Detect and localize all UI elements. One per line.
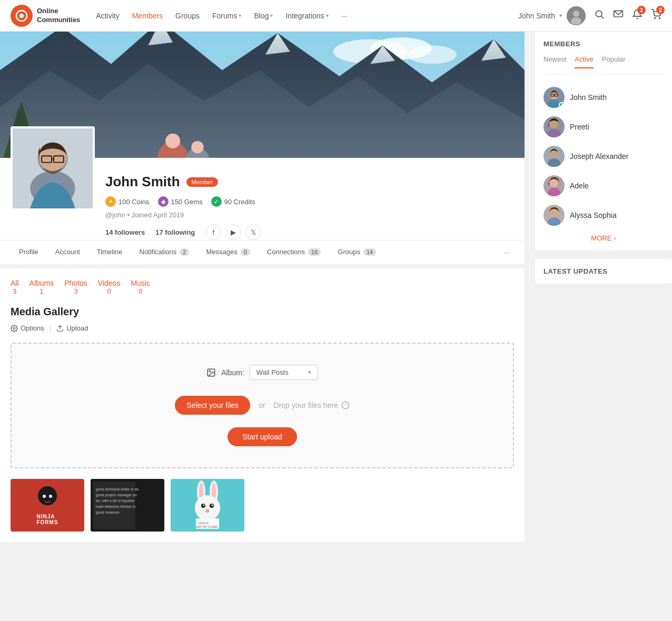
svg-point-77 [550,179,558,187]
options-button[interactable]: Options [11,324,44,332]
facebook-icon[interactable]: f [205,224,221,240]
member-avatar-alyssa [543,205,565,226]
album-icon [206,368,216,377]
member-name-preeti: Preeti [570,123,589,131]
nav-activity[interactable]: Activity [96,12,119,20]
svg-point-60 [206,509,209,511]
upload-box: Album: Wall Posts ▾ Select your files or… [11,343,514,468]
svg-point-13 [407,45,457,64]
twitter-icon[interactable]: 𝕏 [245,224,261,240]
credits-label: 90 Credits [224,198,255,206]
filter-videos[interactable]: Videos 0 [98,279,121,295]
following-label: following [165,228,195,236]
media-thumb-2[interactable]: good technical writer is ea good project… [91,479,164,532]
logo-text: Online Communities [37,7,80,25]
gems-label: 150 Gems [171,198,203,206]
tab-more-icon[interactable]: ··· [499,241,514,264]
svg-text:good project manager an: good project manager an [96,493,137,497]
nav-integrations[interactable]: Integrations▾ [285,12,328,20]
member-item-alyssa[interactable]: Alyssa Sophia [543,201,664,230]
svg-text:ter, with a bit of reporter: ter, with a bit of reporter [96,499,135,503]
filter-albums[interactable]: Albums 1 [29,279,54,295]
filter-music[interactable]: Music 0 [131,279,150,295]
profile-details: John Smith Member ✦ 100 Coins ◆ 150 Gems… [105,168,514,240]
album-label: Album: [221,368,244,377]
online-indicator [559,102,564,107]
text-thumbnail: good technical writer is ea good project… [91,479,164,532]
followers-label: followers [115,228,145,236]
media-thumb-3[interactable]: CUTE IS JUST MY COVER [171,479,244,532]
user-menu[interactable]: John Smith ▾ [518,6,586,25]
member-avatar-john [543,87,565,108]
action-separator: | [50,324,51,332]
filter-photos[interactable]: Photos 3 [64,279,87,295]
member-tab-newest[interactable]: Newest [543,55,566,68]
nav-members[interactable]: Members [132,12,163,20]
groups-tab-badge: 14 [363,248,376,256]
notifications-badge: 2 [637,6,646,14]
member-badge: Member [186,177,218,187]
upload-action-button[interactable]: Upload [56,324,88,332]
select-files-button[interactable]: Select your files [175,396,250,415]
gems-stat: ◆ 150 Gems [158,196,203,207]
notifications-tab-badge: 2 [180,248,189,256]
member-item-joseph[interactable]: Joseph Alexander [543,142,664,171]
tab-connections[interactable]: Connections 16 [259,241,330,264]
main-nav: Activity Members Groups Forums▾ Blog▾ In… [96,12,518,20]
profile-info-area: John Smith Member ✦ 100 Coins ◆ 150 Gems… [0,158,525,240]
svg-text:ivate detective thrown in: ivate detective thrown in [96,505,135,508]
filter-all[interactable]: All 3 [11,279,19,295]
tab-messages[interactable]: Messages 0 [197,241,258,264]
svg-rect-41 [39,494,55,498]
messages-button[interactable] [613,9,624,22]
navbar-avatar [567,6,586,25]
profile-meta: @john • Joined April 2019 [105,211,514,219]
album-chevron-icon: ▾ [308,369,311,376]
gems-icon: ◆ [158,196,169,207]
tab-account[interactable]: Account [47,241,88,264]
search-button[interactable] [594,9,605,22]
member-tab-active[interactable]: Active [575,55,593,68]
logo[interactable]: Online Communities [11,5,80,27]
tab-notifications[interactable]: Notifications 2 [131,241,198,264]
member-name-alyssa: Alyssa Sophia [570,211,617,219]
filter-videos-count: 0 [107,287,111,295]
svg-point-59 [212,504,213,506]
nav-forums[interactable]: Forums▾ [212,12,241,20]
start-upload-button[interactable]: Start upload [228,427,297,446]
chevron-down-icon: ▾ [559,12,562,19]
nav-more[interactable]: ··· [341,12,348,20]
svg-point-21 [165,134,180,148]
filter-music-count: 0 [139,287,142,295]
member-item-adele[interactable]: Adele [543,171,664,201]
tab-groups[interactable]: Groups 14 [329,241,384,264]
tab-timeline[interactable]: Timeline [88,241,131,264]
svg-point-3 [573,11,579,17]
album-dropdown[interactable]: Wall Posts ▾ [250,365,318,380]
info-icon [341,401,350,409]
media-thumb-1[interactable]: NINJAFORMS [11,479,84,532]
svg-text:good technical writer is ea: good technical writer is ea [96,487,139,492]
user-name: John Smith [518,12,555,20]
filter-videos-label: Videos [98,279,121,287]
nav-groups[interactable]: Groups [175,12,200,20]
member-item-john-smith[interactable]: John Smith [543,83,664,112]
navbar: Online Communities Activity Members Grou… [0,0,672,32]
ninja-forms-thumbnail: NINJAFORMS [11,479,84,532]
credits-stat: ✓ 90 Credits [211,196,255,207]
tab-profile[interactable]: Profile [11,241,47,264]
gear-icon [11,325,18,332]
notifications-button[interactable]: 2 [632,9,643,22]
youtube-icon[interactable]: ▶ [225,224,241,240]
nav-blog[interactable]: Blog▾ [254,12,273,20]
avatar-image [13,126,93,211]
album-row: Album: Wall Posts ▾ [22,365,502,380]
more-members-link[interactable]: MORE › [543,230,664,242]
member-tab-popular[interactable]: Popular [602,55,626,68]
latest-updates-card: LATEST UPDATES [535,259,672,284]
profile-avatar-wrapper [11,126,95,211]
upload-label: Upload [66,324,88,332]
cart-button[interactable]: 2 [651,9,661,22]
member-item-preeti[interactable]: Preeti [543,112,664,142]
member-name-john: John Smith [570,93,607,102]
